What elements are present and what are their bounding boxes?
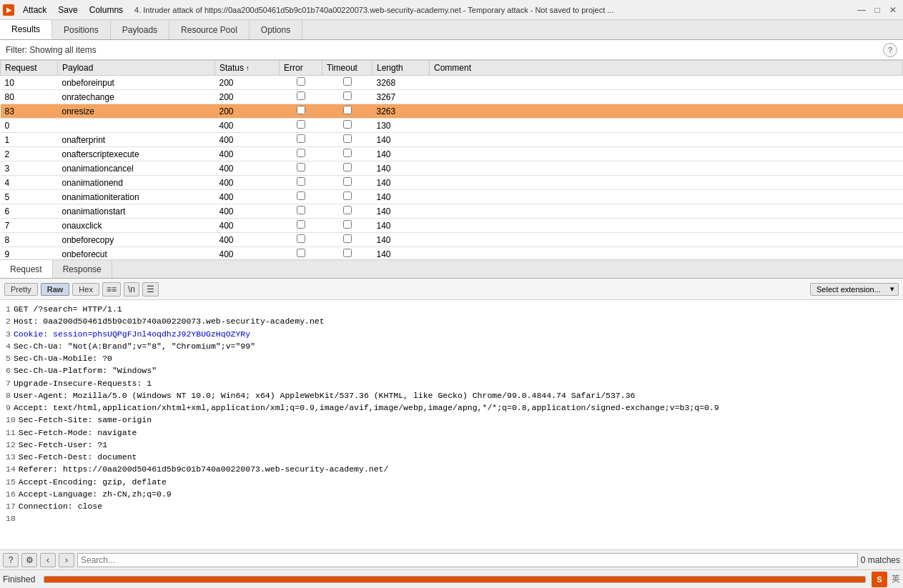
cell-timeout[interactable] bbox=[322, 133, 372, 147]
cell-error[interactable] bbox=[280, 204, 322, 219]
col-header-error[interactable]: Error bbox=[280, 61, 322, 76]
cell-timeout[interactable] bbox=[322, 219, 372, 233]
tab-request[interactable]: Request bbox=[0, 260, 53, 278]
select-extension[interactable]: Select extension... bbox=[810, 283, 899, 296]
cell-comment bbox=[430, 133, 903, 147]
raw-button[interactable]: Raw bbox=[41, 283, 70, 296]
table-row[interactable]: 3 onanimationcancel 400 140 bbox=[1, 161, 903, 176]
cell-comment bbox=[430, 219, 903, 233]
cell-error[interactable] bbox=[280, 161, 322, 176]
cell-comment bbox=[430, 90, 903, 104]
cell-payload: onresize bbox=[58, 104, 215, 119]
cell-timeout[interactable] bbox=[322, 104, 372, 119]
cell-timeout[interactable] bbox=[322, 147, 372, 161]
cell-error[interactable] bbox=[280, 147, 322, 161]
cell-error[interactable] bbox=[280, 176, 322, 190]
request-toolbar: Pretty Raw Hex ≡≡ \n ☰ Select extension.… bbox=[0, 279, 903, 300]
code-line: 15Accept-Encoding: gzip, deflate bbox=[6, 476, 897, 488]
pretty-button[interactable]: Pretty bbox=[4, 283, 38, 296]
cell-timeout[interactable] bbox=[322, 76, 372, 90]
col-header-payload[interactable]: Payload bbox=[58, 61, 215, 76]
code-line: 2Host: 0aa200d50461d5b9c01b740a00220073.… bbox=[6, 315, 897, 327]
results-table-container: Request Payload Status Error Timeout Len… bbox=[0, 60, 903, 260]
cell-length: 140 bbox=[372, 190, 430, 204]
menu-attack[interactable]: Attack bbox=[17, 4, 52, 16]
hex-button[interactable]: Hex bbox=[72, 283, 99, 296]
bottom-tab-bar: Request Response bbox=[0, 260, 903, 279]
filter-help-button[interactable]: ? bbox=[883, 43, 897, 57]
table-row[interactable]: 10 onbeforeinput 200 3268 bbox=[1, 76, 903, 90]
table-row[interactable]: 2 onafterscriptexecute 400 140 bbox=[1, 147, 903, 161]
table-row[interactable]: 0 400 130 bbox=[1, 119, 903, 133]
menu-columns[interactable]: Columns bbox=[84, 4, 129, 16]
search-prev-button[interactable]: ‹ bbox=[40, 553, 56, 567]
search-next-button[interactable]: › bbox=[59, 553, 74, 567]
request-code-area[interactable]: 1GET /?search= HTTP/1.12Host: 0aa200d504… bbox=[0, 300, 903, 549]
cell-error[interactable] bbox=[280, 233, 322, 247]
cell-error[interactable] bbox=[280, 190, 322, 204]
table-row[interactable]: 9 onbeforecut 400 140 bbox=[1, 247, 903, 261]
cell-payload: onanimationiteration bbox=[58, 190, 215, 204]
tab-positions[interactable]: Positions bbox=[52, 20, 111, 39]
col-header-status[interactable]: Status bbox=[215, 61, 280, 76]
table-row[interactable]: 8 onbeforecopy 400 140 bbox=[1, 233, 903, 247]
table-row[interactable]: 4 onanimationend 400 140 bbox=[1, 176, 903, 190]
newline-icon-button[interactable]: \n bbox=[124, 282, 139, 297]
cell-comment bbox=[430, 119, 903, 133]
col-header-comment[interactable]: Comment bbox=[430, 61, 903, 76]
maximize-button[interactable]: □ bbox=[870, 3, 884, 17]
language-indicator: 英 bbox=[892, 573, 900, 585]
cell-timeout[interactable] bbox=[322, 233, 372, 247]
tab-payloads[interactable]: Payloads bbox=[111, 20, 169, 39]
col-header-request[interactable]: Request bbox=[1, 61, 58, 76]
cell-payload: onratechange bbox=[58, 90, 215, 104]
code-line: 18 bbox=[6, 512, 897, 524]
search-settings-button[interactable]: ⚙ bbox=[21, 553, 37, 567]
close-button[interactable]: ✕ bbox=[886, 3, 900, 17]
cell-status: 400 bbox=[215, 119, 280, 133]
col-header-timeout[interactable]: Timeout bbox=[322, 61, 372, 76]
table-row[interactable]: 1 onafterprint 400 140 bbox=[1, 133, 903, 147]
cell-length: 140 bbox=[372, 133, 430, 147]
cell-payload: onbeforecopy bbox=[58, 233, 215, 247]
table-row[interactable]: 80 onratechange 200 3267 bbox=[1, 90, 903, 104]
cell-timeout[interactable] bbox=[322, 90, 372, 104]
code-line: 17Connection: close bbox=[6, 500, 897, 512]
cell-error[interactable] bbox=[280, 76, 322, 90]
wrap-icon-button[interactable]: ☰ bbox=[142, 282, 159, 297]
cell-payload: onbeforecut bbox=[58, 247, 215, 261]
tab-response[interactable]: Response bbox=[53, 260, 112, 278]
col-header-length[interactable]: Length bbox=[372, 61, 430, 76]
cell-error[interactable] bbox=[280, 219, 322, 233]
cell-request: 80 bbox=[1, 90, 58, 104]
tab-resource-pool[interactable]: Resource Pool bbox=[169, 20, 250, 39]
cell-timeout[interactable] bbox=[322, 176, 372, 190]
cell-timeout[interactable] bbox=[322, 247, 372, 261]
code-line: 6Sec-Ch-Ua-Platform: "Windows" bbox=[6, 364, 897, 377]
cell-length: 140 bbox=[372, 204, 430, 219]
search-input[interactable] bbox=[77, 553, 858, 567]
cell-error[interactable] bbox=[280, 90, 322, 104]
cell-timeout[interactable] bbox=[322, 190, 372, 204]
cell-timeout[interactable] bbox=[322, 119, 372, 133]
cell-timeout[interactable] bbox=[322, 204, 372, 219]
table-row[interactable]: 7 onauxclick 400 140 bbox=[1, 219, 903, 233]
tab-options[interactable]: Options bbox=[250, 20, 302, 39]
table-row[interactable]: 6 onanimationstart 400 140 bbox=[1, 204, 903, 219]
help-search-button[interactable]: ? bbox=[3, 553, 19, 567]
format-icon-button[interactable]: ≡≡ bbox=[102, 282, 121, 297]
cell-timeout[interactable] bbox=[322, 161, 372, 176]
cell-error[interactable] bbox=[280, 119, 322, 133]
cell-status: 400 bbox=[215, 247, 280, 261]
cell-comment bbox=[430, 176, 903, 190]
cell-error[interactable] bbox=[280, 133, 322, 147]
menu-save[interactable]: Save bbox=[52, 4, 83, 16]
code-line: 7Upgrade-Insecure-Requests: 1 bbox=[6, 377, 897, 389]
minimize-button[interactable]: — bbox=[854, 3, 869, 17]
table-body: 10 onbeforeinput 200 3268 80 onratechang… bbox=[1, 76, 903, 261]
cell-error[interactable] bbox=[280, 104, 322, 119]
cell-error[interactable] bbox=[280, 247, 322, 261]
tab-results[interactable]: Results bbox=[0, 20, 52, 39]
table-row[interactable]: 83 onresize 200 3263 bbox=[1, 104, 903, 119]
table-row[interactable]: 5 onanimationiteration 400 140 bbox=[1, 190, 903, 204]
